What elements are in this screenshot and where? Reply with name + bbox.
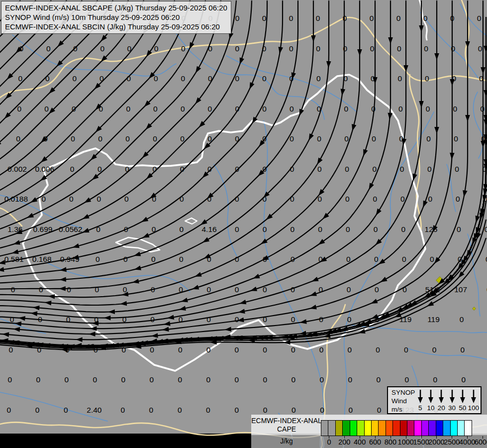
cape-scale-cell	[364, 420, 372, 436]
station-value-zero: 0	[126, 105, 130, 113]
cape-legend: ECMWF-INDEX-ANAL CAPE J/kg 0200400600800…	[251, 415, 487, 448]
station-value-zero: 0	[481, 134, 486, 143]
station-value-zero: 0	[400, 165, 404, 173]
cape-scale-cell	[407, 420, 414, 436]
station-value: 4.16	[202, 225, 217, 233]
station-value-zero: 0	[124, 195, 129, 203]
cape-legend-title-line2: CAPE	[251, 425, 322, 433]
station-value-zero: 0	[207, 285, 211, 294]
station-value-zero: 0	[235, 74, 239, 83]
station-value-zero: 0	[234, 375, 239, 384]
station-value-zero: 0	[17, 105, 21, 113]
station-value-zero: 0	[347, 315, 352, 324]
station-value-zero: 0	[454, 134, 458, 143]
station-value-zero: 0	[262, 44, 267, 53]
station-value-zero: 0	[235, 225, 239, 233]
cape-scale-cell	[386, 420, 393, 436]
station-value: 119	[399, 315, 412, 324]
station-value-zero: 0	[149, 406, 154, 414]
station-value-zero: 0	[400, 195, 405, 203]
station-value-zero: 0	[317, 134, 321, 143]
station-value-zero: 0	[290, 165, 294, 173]
station-value-zero: 0	[262, 74, 267, 83]
cape-scale-cell	[436, 420, 443, 436]
station-value-zero: 0	[319, 315, 323, 324]
station-value-zero: 0	[66, 315, 71, 324]
station-value-zero: 0	[207, 195, 212, 203]
station-value-zero: 0	[71, 134, 75, 143]
station-value-zero: 0	[397, 44, 401, 53]
station-value-zero: 0	[69, 195, 74, 203]
station-value-zero: 0	[263, 285, 267, 294]
wind-scale-item: 10	[425, 388, 436, 412]
station-value-zero: 0	[235, 105, 239, 113]
station-value-zero: 0	[123, 255, 128, 263]
wind-legend-title-line1: SYNOP	[391, 388, 415, 397]
wind-speed-label: 100	[468, 404, 479, 412]
cape-scale-cell	[328, 420, 335, 436]
station-value-zero: 0	[70, 165, 75, 173]
cape-scale-cell	[378, 420, 386, 436]
cape-color-scale	[321, 420, 472, 436]
station-value-zero: 0	[235, 165, 239, 173]
cape-scale-cell	[457, 420, 465, 436]
station-value-zero: 0	[477, 14, 482, 22]
station-value-zero: 0	[263, 406, 268, 414]
station-value-zero: 0	[458, 255, 462, 263]
station-value-zero: 0	[455, 165, 459, 173]
wind-legend: SYNOP Wind m/s 5 10 20 30 50 100	[387, 386, 482, 414]
station-value-zero: 0	[9, 345, 13, 354]
station-value-zero: 0	[97, 195, 101, 203]
station-value-zero: 0	[179, 255, 184, 263]
wind-scale-item: 100	[468, 388, 479, 412]
wind-legend-title: SYNOP Wind m/s	[391, 388, 415, 414]
station-value-zero: 0	[320, 406, 324, 414]
station-value-zero: 0	[289, 74, 293, 83]
cape-scale-cell	[400, 420, 407, 436]
station-value-zero: 0	[122, 345, 126, 354]
station-value-zero: 0	[208, 74, 212, 83]
station-value-zero: 0	[348, 375, 352, 384]
station-value-zero: 0	[433, 375, 437, 384]
station-value-zero: 0	[478, 44, 483, 53]
station-value-zero: 0	[45, 74, 50, 83]
station-value-zero: 0	[371, 74, 375, 83]
station-value: 107	[454, 285, 467, 294]
station-value-zero: 0	[344, 134, 349, 143]
station-value-zero: 0	[16, 134, 20, 143]
station-value-zero: 0	[263, 345, 267, 354]
station-value-zero: 0	[38, 315, 42, 324]
station-value-zero: 0	[262, 14, 267, 22]
title-line-sbcape: ECMWF-INDEX-ANAL SBCAPE (J/kg) Thursday …	[5, 3, 227, 12]
station-value-zero: 0	[376, 375, 381, 384]
station-value: 51.2	[425, 285, 440, 294]
station-value: 0.0188	[4, 195, 28, 203]
station-value-zero: 0	[10, 315, 14, 324]
station-value-zero: 0	[44, 105, 49, 113]
station-value-zero: 0	[181, 74, 185, 83]
cape-scale-cell	[421, 420, 429, 436]
station-value-zero: 0	[94, 315, 98, 324]
station-value: 0.006	[35, 165, 54, 173]
station-value-zero: 0	[423, 14, 428, 22]
cape-scale-cell	[342, 420, 350, 436]
station-value-zero: 0	[480, 105, 485, 113]
station-value: 0.0562	[59, 225, 82, 233]
station-value-zero: 0	[153, 134, 157, 143]
station-value-zero: 0	[123, 285, 127, 294]
station-value-zero: 0	[18, 74, 22, 83]
station-value-zero: 0	[319, 375, 324, 384]
station-value-zero: 0	[180, 165, 185, 173]
station-value-zero: 0	[375, 285, 379, 294]
station-value-zero: 0	[399, 134, 403, 143]
station-value-zero: 0	[453, 105, 457, 113]
station-value-zero: 0	[319, 285, 323, 294]
station-value: 0.002	[7, 165, 27, 173]
station-value-zero: 0	[97, 165, 102, 173]
station-value-zero: 0	[154, 44, 159, 53]
station-value-zero: 0	[150, 345, 154, 354]
station-value-zero: 0	[179, 315, 183, 324]
station-value-zero: 0	[181, 105, 185, 113]
map-title-box: ECMWF-INDEX-ANAL SBCAPE (J/kg) Thursday …	[1, 1, 231, 34]
station-value-zero: 0	[99, 105, 103, 113]
